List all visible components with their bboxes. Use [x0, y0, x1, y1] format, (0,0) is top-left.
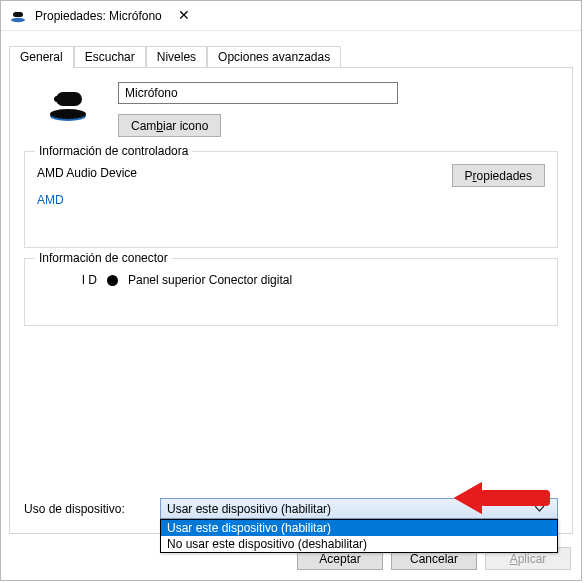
device-name-input[interactable] [118, 82, 398, 104]
properties-dialog: Propiedades: Micrófono ✕ General Escucha… [0, 0, 582, 581]
tab-niveles[interactable]: Niveles [146, 46, 207, 67]
tabpage-general: Cambiar icono Información de controlador… [9, 67, 573, 534]
device-usage-dropdown: Usar este dispositivo (habilitar) No usa… [160, 519, 558, 553]
titlebar: Propiedades: Micrófono ✕ [1, 1, 581, 31]
change-icon-button[interactable]: Cambiar icono [118, 114, 221, 137]
device-usage-label: Uso de dispositivo: [24, 502, 144, 516]
connector-status-dot [107, 275, 118, 286]
controller-properties-button[interactable]: Propiedades [452, 164, 545, 187]
device-usage-combo[interactable]: Usar este dispositivo (habilitar) Usar e… [160, 498, 558, 519]
svg-point-3 [50, 109, 86, 119]
tabstrip: General Escuchar Niveles Opciones avanza… [9, 45, 573, 67]
connector-info-group: Información de conector I D Panel superi… [24, 258, 558, 326]
svg-rect-1 [13, 12, 23, 17]
connector-legend: Información de conector [35, 251, 172, 265]
chevron-down-icon [535, 506, 551, 512]
device-usage-selected: Usar este dispositivo (habilitar) [167, 502, 331, 516]
connector-text: Panel superior Conector digital [128, 273, 292, 287]
device-usage-option-disable[interactable]: No usar este dispositivo (deshabilitar) [161, 536, 557, 552]
device-icon [36, 82, 100, 126]
tab-opciones-avanzadas[interactable]: Opciones avanzadas [207, 46, 341, 67]
device-usage-option-enable[interactable]: Usar este dispositivo (habilitar) [161, 520, 557, 536]
connector-id-label: I D [69, 273, 97, 287]
controller-info-group: Información de controladora AMD Audio De… [24, 151, 558, 248]
controller-vendor-link[interactable]: AMD [37, 193, 545, 207]
svg-rect-5 [54, 96, 60, 102]
close-button[interactable]: ✕ [162, 2, 207, 30]
window-icon [9, 7, 27, 25]
controller-legend: Información de controladora [35, 144, 192, 158]
tab-general[interactable]: General [9, 46, 74, 68]
svg-point-0 [11, 17, 25, 21]
tab-escuchar[interactable]: Escuchar [74, 46, 146, 67]
window-title: Propiedades: Micrófono [35, 9, 162, 23]
